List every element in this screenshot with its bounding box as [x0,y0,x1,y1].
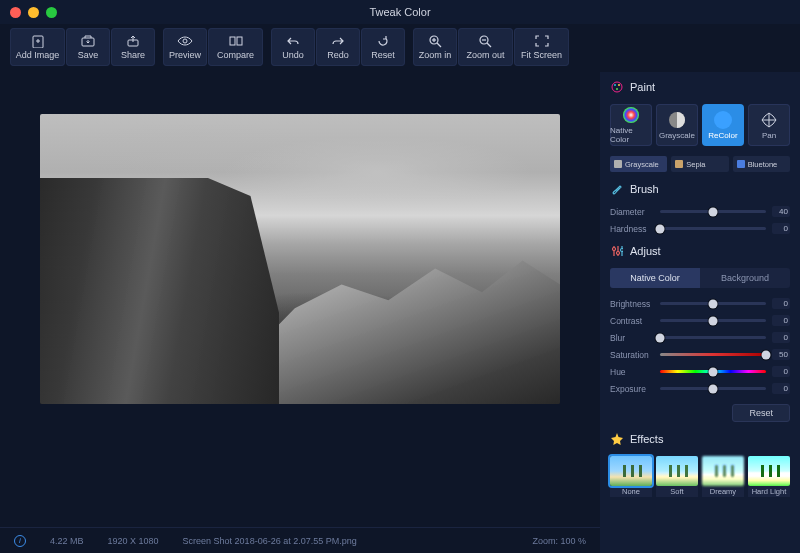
saturation-slider[interactable]: Saturation50 [610,349,790,360]
canvas-area: i 4.22 MB 1920 X 1080 Screen Shot 2018-0… [0,72,600,553]
effect-none[interactable]: None [610,456,652,497]
fit-screen-label: Fit Screen [521,50,562,60]
preview-icon [177,34,193,48]
hardness-slider[interactable]: Hardness 0 [610,223,790,234]
preset-bluetone[interactable]: Bluetone [733,156,790,172]
svg-point-24 [613,248,616,251]
effect-dreamy[interactable]: Dreamy [702,456,744,497]
status-bar: i 4.22 MB 1920 X 1080 Screen Shot 2018-0… [0,527,600,553]
zoom-in-icon [427,34,443,48]
adjust-tab-background[interactable]: Background [700,268,790,288]
add-image-button[interactable]: Add Image [10,28,65,66]
share-icon [125,34,141,48]
top-toolbar: Add Image Save Share Preview Compare Und… [0,24,800,72]
redo-button[interactable]: Redo [316,28,360,66]
zoom-out-label: Zoom out [466,50,504,60]
adjust-icon [610,244,624,258]
share-button[interactable]: Share [111,28,155,66]
save-label: Save [78,50,99,60]
recolor-mode-icon [714,111,732,129]
sepia-swatch-icon [675,160,683,168]
svg-point-26 [621,249,624,252]
close-window-icon[interactable] [10,7,21,18]
svg-rect-7 [237,37,242,45]
brush-icon [610,182,624,196]
svg-rect-6 [230,37,235,45]
image-canvas[interactable] [40,114,560,404]
hue-slider[interactable]: Hue0 [610,366,790,377]
exposure-slider[interactable]: Exposure0 [610,383,790,394]
compare-label: Compare [217,50,254,60]
status-filename: Screen Shot 2018-06-26 at 2.07.55 PM.png [183,536,357,546]
save-icon [80,34,96,48]
minimize-window-icon[interactable] [28,7,39,18]
window-controls [10,7,57,18]
redo-icon [330,34,346,48]
zoom-out-button[interactable]: Zoom out [458,28,513,66]
svg-point-15 [612,82,622,92]
undo-icon [285,34,301,48]
effect-soft[interactable]: Soft [656,456,698,497]
undo-button[interactable]: Undo [271,28,315,66]
palette-icon [610,80,624,94]
maximize-window-icon[interactable] [46,7,57,18]
reset-toolbar-label: Reset [371,50,395,60]
title-bar: Tweak Color [0,0,800,24]
diameter-slider[interactable]: Diameter 40 [610,206,790,217]
svg-point-16 [614,84,616,86]
svg-point-5 [183,39,187,43]
zoom-in-button[interactable]: Zoom in [413,28,457,66]
add-image-label: Add Image [16,50,60,60]
blur-slider[interactable]: Blur0 [610,332,790,343]
status-zoom: Zoom: 100 % [532,536,586,546]
zoom-in-label: Zoom in [419,50,452,60]
effect-hard-light-thumb-icon [748,456,790,486]
paint-mode-recolor[interactable]: ReColor [702,104,744,146]
zoom-out-icon [478,34,494,48]
preset-grayscale[interactable]: Grayscale [610,156,667,172]
svg-line-9 [437,43,441,47]
fit-screen-icon [534,34,550,48]
adjust-heading: Adjust [610,244,790,258]
share-label: Share [121,50,145,60]
adjust-tab-native[interactable]: Native Color [610,268,700,288]
effect-dreamy-thumb-icon [702,456,744,486]
svg-point-19 [623,107,639,123]
compare-button[interactable]: Compare [208,28,263,66]
redo-label: Redo [327,50,349,60]
undo-label: Undo [282,50,304,60]
status-dimensions: 1920 X 1080 [108,536,159,546]
effect-hard-light[interactable]: Hard Light [748,456,790,497]
save-button[interactable]: Save [66,28,110,66]
fit-screen-button[interactable]: Fit Screen [514,28,569,66]
brush-heading: Brush [610,182,790,196]
preset-sepia[interactable]: Sepia [671,156,728,172]
effect-soft-thumb-icon [656,456,698,486]
side-panel: Paint Native ColorGrayscaleReColorPan Gr… [600,72,800,553]
add-image-icon [30,34,46,48]
pan-mode-icon [760,111,778,129]
reset-icon [375,34,391,48]
contrast-slider[interactable]: Contrast0 [610,315,790,326]
paint-heading: Paint [610,80,790,94]
paint-mode-native[interactable]: Native Color [610,104,652,146]
preview-label: Preview [169,50,201,60]
svg-point-25 [617,252,620,255]
native-mode-icon [622,106,640,124]
paint-mode-pan[interactable]: Pan [748,104,790,146]
svg-line-13 [487,43,491,47]
effects-icon [610,432,624,446]
info-icon[interactable]: i [14,535,26,547]
adjust-reset-button[interactable]: Reset [732,404,790,422]
paint-mode-grayscale[interactable]: Grayscale [656,104,698,146]
reset-toolbar-button[interactable]: Reset [361,28,405,66]
grayscale-swatch-icon [614,160,622,168]
svg-point-18 [616,88,618,90]
svg-point-17 [618,84,620,86]
app-title: Tweak Color [369,6,430,18]
brightness-slider[interactable]: Brightness0 [610,298,790,309]
compare-icon [228,34,244,48]
effects-heading: Effects [610,432,790,446]
adjust-tabs: Native ColorBackground [610,268,790,288]
preview-button[interactable]: Preview [163,28,207,66]
